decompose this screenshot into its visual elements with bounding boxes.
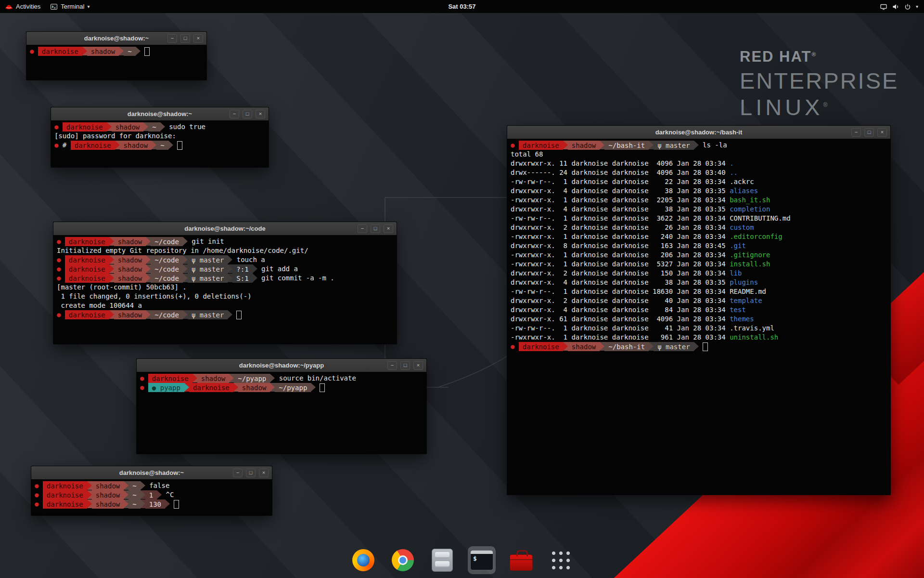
terminal-text: .ackrc <box>730 177 754 186</box>
dock-icon-firefox[interactable] <box>349 546 377 574</box>
terminal-icon-glyph: $ <box>473 555 477 562</box>
maximize-button[interactable]: □ <box>400 361 410 370</box>
prompt-segment-gitinfo: S:1 <box>232 274 252 283</box>
powerline-arrow-icon <box>87 481 92 490</box>
terminal-text: git init <box>188 237 224 246</box>
prompt-segment-user: darknoise <box>189 383 233 392</box>
close-button[interactable]: × <box>259 469 269 477</box>
redhat-logo-icon <box>5 3 13 10</box>
maximize-button[interactable]: □ <box>864 128 874 137</box>
terminal-text: bash_it.sh <box>730 196 770 205</box>
maximize-button[interactable]: □ <box>180 34 190 43</box>
terminal-content[interactable]: ● darknoiseshadow~ <box>26 45 206 80</box>
terminal-window-home-1[interactable]: darknoise@shadow:~−□×● darknoiseshadow~ <box>26 31 207 80</box>
powerline-arrow-icon <box>649 342 654 351</box>
terminal-text: README.md <box>730 287 766 296</box>
terminal-line: -rwxrwxr-x. 1 darknoise darknoise 5327 J… <box>511 260 887 269</box>
terminal-line: drwxrwxr-x. 4 darknoise darknoise 84 Jan… <box>511 305 887 315</box>
terminal-text: source bin/activate <box>275 374 356 383</box>
prompt-segment-user: darknoise <box>43 499 87 509</box>
terminal-text: drwxrwxr-x. 11 darknoise darknoise 4096 … <box>511 159 730 168</box>
chevron-down-icon: ▾ <box>87 4 90 9</box>
powerline-arrow-icon <box>649 141 654 149</box>
prompt-segment-path: ~ <box>128 499 140 509</box>
minimize-button[interactable]: − <box>233 469 243 477</box>
powerline-arrow-icon <box>124 490 128 499</box>
powerline-arrow-icon <box>270 374 275 382</box>
window-titlebar[interactable]: darknoise@shadow:~−□× <box>31 466 272 480</box>
terminal-content[interactable]: ● darknoiseshadow~ false● darknoiseshado… <box>31 479 272 515</box>
terminal-text: -rwxrwxr-x. 1 darknoise darknoise 961 Ja… <box>511 333 730 342</box>
terminal-text: template <box>730 296 762 305</box>
powerline-arrow-icon <box>229 374 234 382</box>
window-titlebar[interactable]: darknoise@shadow:~−□× <box>51 107 269 121</box>
redhat-prompt-icon: ● <box>54 141 63 150</box>
window-titlebar[interactable]: darknoise@shadow:~−□× <box>26 32 206 45</box>
terminal-cursor <box>703 342 708 351</box>
terminal-window-home-exit[interactable]: darknoise@shadow:~−□×● darknoiseshadow~ … <box>31 466 272 516</box>
powerline-arrow-icon <box>563 141 568 149</box>
close-button[interactable]: × <box>384 224 393 233</box>
window-titlebar[interactable]: darknoise@shadow:~/code−□× <box>53 222 397 236</box>
terminal-content[interactable]: ● darknoiseshadow~/bash-itψ master ls -l… <box>507 139 890 495</box>
minimize-button[interactable]: − <box>230 110 239 118</box>
powerline-arrow-icon <box>109 255 114 264</box>
maximize-button[interactable]: □ <box>246 469 256 477</box>
powerline-arrow-icon <box>146 310 151 319</box>
close-button[interactable]: × <box>193 34 203 43</box>
powerline-arrow-icon <box>228 264 232 273</box>
terminal-window-code[interactable]: darknoise@shadow:~/code−□×● darknoisesha… <box>53 222 397 344</box>
system-status-area[interactable]: ▾ <box>876 0 922 13</box>
terminal-text: drwx------. 24 darknoise darknoise 4096 … <box>511 168 730 177</box>
powerline-arrow-icon <box>152 141 156 149</box>
powerline-arrow-icon <box>184 383 189 392</box>
prompt-segment-path: ~/code <box>151 274 183 283</box>
terminal-line: ● darknoiseshadow~/bash-itψ master ls -l… <box>511 141 887 150</box>
maximize-button[interactable]: □ <box>243 110 252 118</box>
prompt-segment-host: shadow <box>87 47 119 56</box>
clock[interactable]: Sat 03:57 <box>448 3 475 10</box>
powerline-arrow-icon <box>694 342 699 351</box>
minimize-button[interactable]: − <box>387 361 397 370</box>
activities-button[interactable]: Activities <box>0 0 45 13</box>
minimize-button[interactable]: − <box>358 224 367 233</box>
prompt-segment-path: ~ <box>128 481 140 490</box>
terminal-text: themes <box>730 315 754 324</box>
close-button[interactable]: × <box>256 110 265 118</box>
app-menu-terminal[interactable]: Terminal ▾ <box>45 0 94 13</box>
terminal-window-bash-it[interactable]: darknoise@shadow:~/bash-it−□×● darknoise… <box>507 125 891 495</box>
prompt-segment-path: ~ <box>128 490 140 499</box>
redhat-prompt-icon: ● <box>57 237 65 246</box>
redhat-prompt-icon: ● <box>511 342 519 351</box>
prompt-segment-host: shadow <box>114 255 146 264</box>
terminal-line: ● darknoiseshadow~/codeψ master touch a <box>57 255 393 264</box>
powerline-arrow-icon <box>146 255 151 264</box>
minimize-button[interactable]: − <box>167 34 177 43</box>
dock-icon-terminal[interactable]: $ <box>468 546 496 574</box>
terminal-content[interactable]: ● darknoiseshadow~/pyapp source bin/acti… <box>137 372 426 454</box>
close-button[interactable]: × <box>413 361 423 370</box>
terminal-line: -rw-rw-r--. 1 darknoise darknoise 3622 J… <box>511 214 887 223</box>
terminal-text: drwxrwxr-x. 2 darknoise darknoise 26 Jan… <box>511 223 730 232</box>
terminal-text: touch a <box>232 255 265 264</box>
dock-icon-toolbox[interactable] <box>507 546 535 574</box>
minimize-button[interactable]: − <box>851 128 861 137</box>
dock-icon-appgrid[interactable] <box>547 546 575 574</box>
prompt-segment-branch: ψ master <box>654 342 693 351</box>
maximize-button[interactable]: □ <box>371 224 380 233</box>
prompt-segment-user: darknoise <box>43 481 87 490</box>
dock-icon-files[interactable] <box>428 546 456 574</box>
terminal-text: sudo true <box>165 122 205 131</box>
prompt-segment-user: darknoise <box>519 141 563 150</box>
terminal-window-home-sudo[interactable]: darknoise@shadow:~−□×● darknoiseshadow~ … <box>51 107 269 168</box>
terminal-line: total 68 <box>511 150 887 159</box>
window-titlebar[interactable]: darknoise@shadow:~/pyapp−□× <box>137 359 426 372</box>
close-button[interactable]: × <box>877 128 887 137</box>
terminal-window-pyapp[interactable]: darknoise@shadow:~/pyapp−□×● darknoisesh… <box>136 358 427 454</box>
dock-icon-chrome[interactable] <box>389 546 417 574</box>
terminal-content[interactable]: ● darknoiseshadow~ sudo true[sudo] passw… <box>51 120 269 167</box>
terminal-content[interactable]: ● darknoiseshadow~/code git initInitiali… <box>53 235 397 344</box>
window-titlebar[interactable]: darknoise@shadow:~/bash-it−□× <box>507 126 890 139</box>
terminal-line: drwxrwxr-x. 4 darknoise darknoise 38 Jan… <box>511 205 887 214</box>
powerline-arrow-icon <box>228 274 232 282</box>
